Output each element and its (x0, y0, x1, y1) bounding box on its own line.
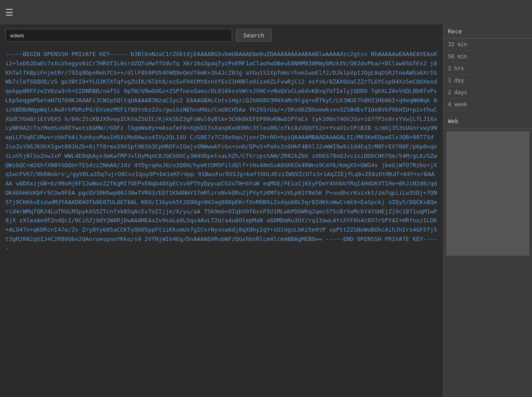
search-button[interactable]: Search (236, 29, 272, 42)
time-entry-0[interactable]: 32 min (443, 39, 532, 51)
web-content-box (446, 131, 529, 256)
web-header: Web (443, 114, 532, 128)
time-entry-1[interactable]: 56 min (443, 51, 532, 63)
time-entries-list: 32 min 56 min 2 hrs 1 day 2 days 4 week (443, 39, 532, 111)
time-entry-3[interactable]: 1 day (443, 75, 532, 87)
main-layout: Search -----BEGIN OPENSSH PRIVATE KEY---… (0, 24, 532, 397)
right-panel: Rece 32 min 56 min 2 hrs 1 day 2 days 4 … (443, 24, 532, 397)
time-entry-5[interactable]: 4 week (443, 99, 532, 111)
top-bar: ☰ (0, 0, 532, 24)
search-input[interactable] (5, 29, 232, 42)
hamburger-icon[interactable]: ☰ (5, 7, 13, 18)
private-key-text: -----BEGIN OPENSSH PRIVATE KEY----- b3Bl… (5, 51, 437, 252)
text-content: -----BEGIN OPENSSH PRIVATE KEY----- b3Bl… (0, 46, 443, 397)
time-entry-2[interactable]: 2 hrs (443, 63, 532, 75)
search-bar: Search (0, 24, 443, 46)
content-area: Search -----BEGIN OPENSSH PRIVATE KEY---… (0, 24, 443, 397)
time-entry-4[interactable]: 2 days (443, 87, 532, 99)
recent-header: Rece (443, 24, 532, 39)
